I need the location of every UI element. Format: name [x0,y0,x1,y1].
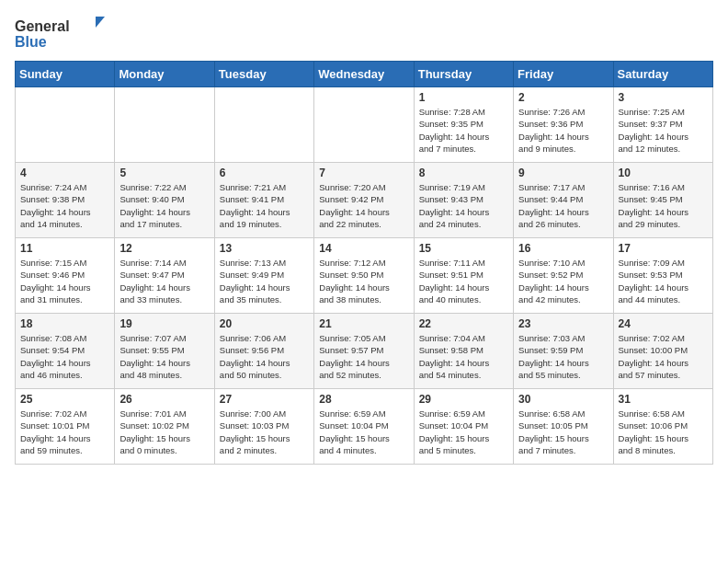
day-info: Sunrise: 7:20 AM Sunset: 9:42 PM Dayligh… [319,181,408,230]
calendar-cell: 17Sunrise: 7:09 AM Sunset: 9:53 PM Dayli… [613,238,712,314]
day-info: Sunrise: 7:05 AM Sunset: 9:57 PM Dayligh… [319,332,408,381]
day-number: 15 [419,242,508,255]
day-number: 17 [619,242,708,255]
calendar-cell: 14Sunrise: 7:12 AM Sunset: 9:50 PM Dayli… [314,238,414,314]
logo-icon: GeneralBlue [15,15,125,52]
day-number: 20 [220,317,309,330]
day-number: 31 [619,393,708,406]
day-header-sunday: Sunday [16,62,115,87]
day-info: Sunrise: 6:59 AM Sunset: 10:04 PM Daylig… [419,408,508,456]
page-header: GeneralBlue [15,15,713,52]
day-info: Sunrise: 7:25 AM Sunset: 9:37 PM Dayligh… [619,106,708,155]
day-number: 7 [319,167,408,179]
day-info: Sunrise: 7:17 AM Sunset: 9:44 PM Dayligh… [518,181,608,230]
calendar-cell [314,87,414,163]
day-header-monday: Monday [115,62,214,87]
calendar-cell: 2Sunrise: 7:26 AM Sunset: 9:36 PM Daylig… [514,87,613,163]
day-header-friday: Friday [514,62,613,87]
day-number: 23 [518,317,608,330]
week-row-3: 11Sunrise: 7:15 AM Sunset: 9:46 PM Dayli… [16,238,713,314]
day-info: Sunrise: 7:00 AM Sunset: 10:03 PM Daylig… [220,408,309,456]
day-number: 21 [319,317,408,330]
day-info: Sunrise: 6:58 AM Sunset: 10:06 PM Daylig… [619,408,708,456]
svg-marker-2 [96,17,105,28]
day-info: Sunrise: 7:16 AM Sunset: 9:45 PM Dayligh… [619,181,708,230]
calendar-cell: 12Sunrise: 7:14 AM Sunset: 9:47 PM Dayli… [115,238,214,314]
day-info: Sunrise: 7:09 AM Sunset: 9:53 PM Dayligh… [619,257,708,305]
day-number: 11 [20,242,109,255]
calendar-cell: 22Sunrise: 7:04 AM Sunset: 9:58 PM Dayli… [414,314,513,389]
calendar-cell: 26Sunrise: 7:01 AM Sunset: 10:02 PM Dayl… [115,389,214,465]
day-info: Sunrise: 6:58 AM Sunset: 10:05 PM Daylig… [518,408,608,456]
day-info: Sunrise: 7:21 AM Sunset: 9:41 PM Dayligh… [220,181,309,230]
calendar-table: SundayMondayTuesdayWednesdayThursdayFrid… [15,61,713,465]
calendar-cell: 21Sunrise: 7:05 AM Sunset: 9:57 PM Dayli… [314,314,414,389]
calendar-cell [214,87,313,163]
calendar-cell: 30Sunrise: 6:58 AM Sunset: 10:05 PM Dayl… [514,389,613,465]
calendar-cell [16,87,115,163]
day-number: 14 [319,242,408,255]
day-number: 12 [119,242,209,255]
day-number: 13 [220,242,309,255]
day-number: 19 [119,317,209,330]
day-info: Sunrise: 7:01 AM Sunset: 10:02 PM Daylig… [119,408,209,456]
calendar-cell: 1Sunrise: 7:28 AM Sunset: 9:35 PM Daylig… [414,87,513,163]
day-info: Sunrise: 7:03 AM Sunset: 9:59 PM Dayligh… [518,332,608,381]
calendar-cell: 7Sunrise: 7:20 AM Sunset: 9:42 PM Daylig… [314,163,414,238]
day-number: 18 [20,317,109,330]
calendar-cell: 13Sunrise: 7:13 AM Sunset: 9:49 PM Dayli… [214,238,313,314]
day-number: 27 [220,393,309,406]
calendar-cell: 19Sunrise: 7:07 AM Sunset: 9:55 PM Dayli… [115,314,214,389]
logo: GeneralBlue [15,15,125,52]
day-number: 10 [619,167,708,179]
day-number: 4 [20,167,109,179]
calendar-cell: 31Sunrise: 6:58 AM Sunset: 10:06 PM Dayl… [613,389,712,465]
day-number: 5 [119,167,209,179]
day-number: 8 [419,167,508,179]
calendar-cell: 25Sunrise: 7:02 AM Sunset: 10:01 PM Dayl… [16,389,115,465]
day-info: Sunrise: 7:11 AM Sunset: 9:51 PM Dayligh… [419,257,508,305]
calendar-cell [115,87,214,163]
week-row-4: 18Sunrise: 7:08 AM Sunset: 9:54 PM Dayli… [16,314,713,389]
calendar-cell: 18Sunrise: 7:08 AM Sunset: 9:54 PM Dayli… [16,314,115,389]
day-info: Sunrise: 7:06 AM Sunset: 9:56 PM Dayligh… [220,332,309,381]
day-info: Sunrise: 7:12 AM Sunset: 9:50 PM Dayligh… [319,257,408,305]
day-number: 29 [419,393,508,406]
calendar-cell: 5Sunrise: 7:22 AM Sunset: 9:40 PM Daylig… [115,163,214,238]
day-info: Sunrise: 7:19 AM Sunset: 9:43 PM Dayligh… [419,181,508,230]
calendar-cell: 28Sunrise: 6:59 AM Sunset: 10:04 PM Dayl… [314,389,414,465]
day-number: 3 [619,91,708,104]
day-number: 9 [518,167,608,179]
calendar-cell: 10Sunrise: 7:16 AM Sunset: 9:45 PM Dayli… [613,163,712,238]
calendar-cell: 4Sunrise: 7:24 AM Sunset: 9:38 PM Daylig… [16,163,115,238]
day-info: Sunrise: 7:15 AM Sunset: 9:46 PM Dayligh… [20,257,109,305]
week-row-5: 25Sunrise: 7:02 AM Sunset: 10:01 PM Dayl… [16,389,713,465]
day-number: 22 [419,317,508,330]
days-header-row: SundayMondayTuesdayWednesdayThursdayFrid… [16,62,713,87]
calendar-cell: 23Sunrise: 7:03 AM Sunset: 9:59 PM Dayli… [514,314,613,389]
day-number: 26 [119,393,209,406]
day-number: 2 [518,91,608,104]
calendar-cell: 15Sunrise: 7:11 AM Sunset: 9:51 PM Dayli… [414,238,513,314]
day-info: Sunrise: 7:14 AM Sunset: 9:47 PM Dayligh… [119,257,209,305]
day-number: 16 [518,242,608,255]
day-number: 24 [619,317,708,330]
calendar-cell: 27Sunrise: 7:00 AM Sunset: 10:03 PM Dayl… [214,389,313,465]
week-row-1: 1Sunrise: 7:28 AM Sunset: 9:35 PM Daylig… [16,87,713,163]
calendar-cell: 8Sunrise: 7:19 AM Sunset: 9:43 PM Daylig… [414,163,513,238]
day-info: Sunrise: 7:28 AM Sunset: 9:35 PM Dayligh… [419,106,508,155]
calendar-cell: 24Sunrise: 7:02 AM Sunset: 10:00 PM Dayl… [613,314,712,389]
day-number: 28 [319,393,408,406]
day-info: Sunrise: 7:02 AM Sunset: 10:00 PM Daylig… [619,332,708,381]
day-info: Sunrise: 7:08 AM Sunset: 9:54 PM Dayligh… [20,332,109,381]
day-header-saturday: Saturday [613,62,712,87]
calendar-cell: 16Sunrise: 7:10 AM Sunset: 9:52 PM Dayli… [514,238,613,314]
day-info: Sunrise: 7:13 AM Sunset: 9:49 PM Dayligh… [220,257,309,305]
week-row-2: 4Sunrise: 7:24 AM Sunset: 9:38 PM Daylig… [16,163,713,238]
day-header-thursday: Thursday [414,62,513,87]
calendar-cell: 29Sunrise: 6:59 AM Sunset: 10:04 PM Dayl… [414,389,513,465]
svg-text:Blue: Blue [15,34,47,50]
calendar-cell: 20Sunrise: 7:06 AM Sunset: 9:56 PM Dayli… [214,314,313,389]
svg-text:General: General [15,18,70,34]
day-info: Sunrise: 7:04 AM Sunset: 9:58 PM Dayligh… [419,332,508,381]
